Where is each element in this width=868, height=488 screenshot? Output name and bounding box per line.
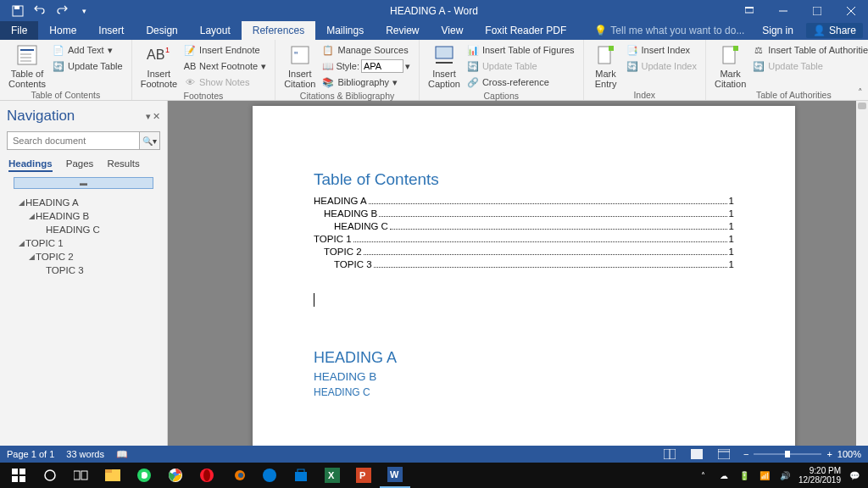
- blender-icon[interactable]: [223, 463, 253, 488]
- nav-close-icon[interactable]: ✕: [153, 111, 160, 122]
- nav-tree-item[interactable]: HEADING C: [7, 223, 160, 236]
- zoom-out-button[interactable]: −: [743, 449, 748, 459]
- notifications-icon[interactable]: 💬: [848, 469, 861, 482]
- search-button[interactable]: 🔍▾: [139, 132, 159, 149]
- ribbon-options-icon[interactable]: [732, 0, 766, 21]
- sign-in-button[interactable]: Sign in: [751, 25, 804, 36]
- app-icon[interactable]: [254, 463, 285, 488]
- nav-dropdown-icon[interactable]: ▾: [146, 111, 151, 122]
- add-text-button[interactable]: 📄Add Text ▾: [49, 42, 126, 58]
- onedrive-icon[interactable]: ☁: [717, 469, 731, 482]
- store-icon[interactable]: [286, 463, 316, 488]
- file-explorer-icon[interactable]: [97, 463, 128, 488]
- insert-toa-button[interactable]: ⚖Insert Table of Authorities: [749, 42, 868, 58]
- share-button[interactable]: 👤Share: [806, 23, 863, 38]
- tray-chevron-icon[interactable]: ˄: [697, 469, 710, 482]
- zoom-slider[interactable]: [754, 453, 821, 455]
- tab-insert[interactable]: Insert: [87, 21, 135, 40]
- tree-twisty-icon[interactable]: ◢: [17, 239, 25, 247]
- undo-icon[interactable]: [31, 2, 49, 20]
- toc-entry[interactable]: HEADING A 1: [314, 196, 734, 206]
- nav-tree-item[interactable]: ◢HEADING B: [7, 209, 160, 223]
- nav-tab-headings[interactable]: Headings: [8, 158, 53, 172]
- page-indicator[interactable]: Page 1 of 1: [7, 449, 54, 459]
- read-mode-icon[interactable]: [662, 447, 677, 461]
- document-page[interactable]: Table of Contents HEADING A 1HEADING B 1…: [253, 106, 795, 446]
- nav-tab-pages[interactable]: Pages: [66, 158, 94, 172]
- start-button[interactable]: [3, 463, 34, 488]
- volume-icon[interactable]: 🔊: [778, 469, 792, 482]
- tree-twisty-icon[interactable]: ◢: [17, 198, 25, 207]
- citation-style-select[interactable]: 📖Style: ▾: [319, 58, 414, 74]
- insert-citation-button[interactable]: " Insert Citation: [281, 42, 319, 89]
- collapse-ribbon-icon[interactable]: ˄: [858, 87, 863, 98]
- nav-current-pos[interactable]: ▬: [14, 177, 153, 189]
- tab-foxit[interactable]: Foxit Reader PDF: [474, 21, 577, 40]
- update-index-button[interactable]: 🔄Update Index: [623, 58, 700, 74]
- toc-entry[interactable]: HEADING B 1: [314, 208, 734, 219]
- toc-entry[interactable]: TOPIC 2 1: [314, 247, 734, 257]
- opera-icon[interactable]: [192, 463, 222, 488]
- wifi-icon[interactable]: 📶: [758, 469, 771, 482]
- tab-layout[interactable]: Layout: [189, 21, 242, 40]
- manage-sources-button[interactable]: 📋Manage Sources: [319, 42, 414, 58]
- clock[interactable]: 9:20 PM12/28/2019: [798, 466, 841, 485]
- toc-entry[interactable]: HEADING C 1: [314, 221, 734, 231]
- bibliography-button[interactable]: 📚Bibliography ▾: [319, 75, 414, 90]
- tab-home[interactable]: Home: [38, 21, 87, 40]
- maximize-button[interactable]: [800, 0, 834, 21]
- tab-file[interactable]: File: [0, 21, 38, 40]
- nav-tree-item[interactable]: TOPIC 3: [7, 263, 160, 277]
- insert-index-button[interactable]: 📑Insert Index: [623, 42, 700, 58]
- tab-review[interactable]: Review: [375, 21, 430, 40]
- whatsapp-icon[interactable]: [129, 463, 159, 488]
- zoom-level[interactable]: 100%: [837, 449, 861, 459]
- nav-tab-results[interactable]: Results: [107, 158, 139, 172]
- update-table-button[interactable]: 🔄Update Table: [49, 58, 126, 74]
- tell-me-search[interactable]: 💡Tell me what you want to do...: [577, 21, 744, 40]
- tree-twisty-icon[interactable]: ◢: [27, 252, 36, 261]
- web-layout-icon[interactable]: [716, 447, 732, 461]
- nav-tree-item[interactable]: ◢TOPIC 2: [7, 250, 160, 263]
- excel-icon[interactable]: X: [317, 463, 348, 488]
- minimize-button[interactable]: [766, 0, 800, 21]
- show-notes-button[interactable]: 👁Show Notes: [181, 75, 270, 90]
- word-icon[interactable]: W: [380, 463, 410, 488]
- scroll-thumb[interactable]: [858, 103, 866, 109]
- nav-tree-item[interactable]: ◢HEADING A: [7, 196, 160, 209]
- next-footnote-button[interactable]: ABNext Footnote ▾: [181, 58, 270, 74]
- spellcheck-icon[interactable]: 📖: [116, 449, 128, 460]
- tab-design[interactable]: Design: [135, 21, 188, 40]
- toc-entry[interactable]: TOPIC 1 1: [314, 234, 734, 244]
- print-layout-icon[interactable]: [689, 447, 704, 461]
- cortana-button[interactable]: [35, 463, 65, 488]
- close-button[interactable]: [834, 0, 868, 21]
- mark-citation-button[interactable]: Mark Citation: [711, 42, 749, 89]
- task-view-button[interactable]: [66, 463, 97, 488]
- update-caption-table-button[interactable]: 🔄Update Table: [464, 58, 578, 74]
- tree-twisty-icon[interactable]: ◢: [27, 212, 36, 220]
- update-toa-button[interactable]: 🔄Update Table: [749, 58, 868, 74]
- insert-footnote-button[interactable]: AB1 Insert Footnote: [137, 42, 181, 89]
- insert-table-of-figures-button[interactable]: 📊Insert Table of Figures: [464, 42, 578, 58]
- powerpoint-icon[interactable]: P: [348, 463, 379, 488]
- insert-endnote-button[interactable]: 📝Insert Endnote: [181, 42, 270, 58]
- nav-tree-item[interactable]: ◢TOPIC 1: [7, 236, 160, 250]
- vertical-scrollbar[interactable]: [856, 101, 868, 446]
- tab-references[interactable]: References: [242, 21, 315, 40]
- insert-caption-button[interactable]: Insert Caption: [425, 42, 464, 89]
- cross-reference-button[interactable]: 🔗Cross-reference: [464, 75, 578, 90]
- save-icon[interactable]: [8, 2, 27, 20]
- zoom-in-button[interactable]: +: [826, 449, 832, 459]
- style-value[interactable]: [361, 59, 403, 73]
- tab-view[interactable]: View: [431, 21, 475, 40]
- battery-icon[interactable]: 🔋: [737, 469, 751, 482]
- redo-icon[interactable]: [53, 2, 71, 20]
- tab-mailings[interactable]: Mailings: [315, 21, 375, 40]
- chrome-icon[interactable]: [160, 463, 191, 488]
- table-of-contents-button[interactable]: Table of Contents: [5, 42, 49, 89]
- search-input[interactable]: [8, 132, 139, 149]
- word-count[interactable]: 33 words: [66, 449, 104, 459]
- mark-entry-button[interactable]: Mark Entry: [589, 42, 623, 89]
- qat-dropdown-icon[interactable]: ▾: [75, 2, 93, 20]
